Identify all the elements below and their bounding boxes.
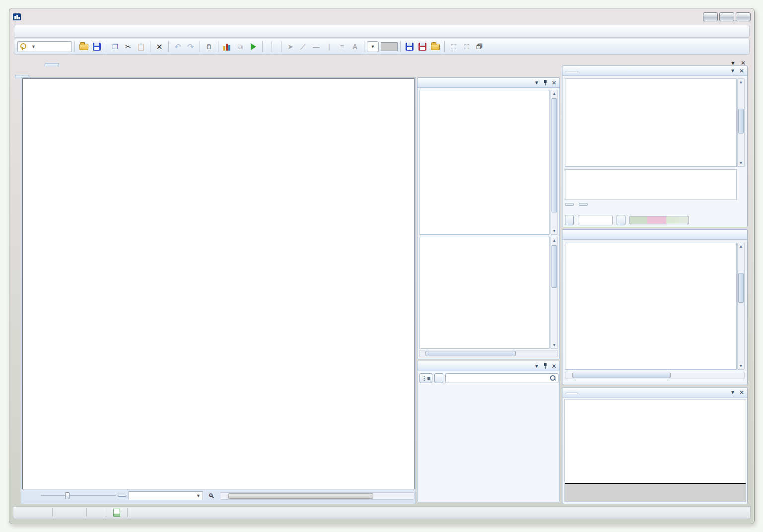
script-canvas[interactable] [22, 78, 415, 489]
save-icon [93, 43, 101, 51]
tab-script-manager[interactable] [14, 64, 26, 66]
block-search-input[interactable]: ▼ [129, 491, 203, 500]
results-scrollbar[interactable]: ▲▼ [737, 243, 745, 370]
menu-chevron-icon[interactable]: ▼ [730, 68, 735, 73]
run-button[interactable] [247, 41, 259, 53]
canvas-h-scrollbar[interactable] [220, 492, 415, 500]
categories-scrollbar[interactable]: ▲▼ [551, 90, 558, 235]
zoom-reset-button[interactable] [118, 495, 127, 497]
ungroup-button[interactable]: ⛶ [461, 41, 473, 53]
group-button[interactable]: ⛶ [448, 41, 460, 53]
maximum-button[interactable] [617, 215, 625, 225]
menu-chevron-icon[interactable]: ▼ [730, 390, 735, 395]
menu-bar [14, 25, 750, 38]
script-tabstrip: ▼ ✕ [14, 56, 750, 66]
search-icon [550, 375, 556, 381]
pin-icon[interactable] [543, 80, 548, 85]
optimization-table [565, 78, 737, 167]
maximize-button[interactable] [719, 12, 734, 21]
bar-chart-icon [223, 43, 231, 51]
color-swatch[interactable] [381, 42, 398, 51]
application: ▼ ❐ ✂ 📋 ✕ ↶ ↷ 🗒 ⧉ ➤ ／ — ｜ ≡ A ▼ [0, 0, 763, 532]
find-block-button[interactable]: 🔍︎ [206, 490, 217, 502]
chevron-down-icon: ▼ [371, 44, 375, 49]
chevron-down-icon: ▼ [31, 44, 36, 49]
sheets-button[interactable]: 🗇 [474, 41, 486, 53]
key-icon [20, 43, 25, 50]
az-sort-button[interactable] [434, 373, 443, 383]
chart-button[interactable] [221, 41, 233, 53]
copy-button[interactable]: ❐ [109, 41, 121, 53]
delete-button[interactable]: ✕ [153, 41, 165, 53]
redo-button[interactable]: ↷ [185, 41, 197, 53]
app-icon [13, 13, 21, 20]
toolbox-categories [419, 90, 550, 235]
open-layout-button[interactable] [429, 41, 441, 53]
properties-panel: ▼ ✕ ⋮≡ [417, 361, 560, 502]
income-chart[interactable] [564, 399, 746, 502]
save-params-button[interactable] [565, 203, 574, 206]
property-search-input[interactable] [445, 373, 558, 383]
close-icon[interactable]: ✕ [552, 363, 556, 370]
optimization-progressbar [629, 216, 689, 224]
comments-table [565, 169, 737, 200]
text-tool[interactable]: A [349, 41, 361, 53]
toolbox-panel: ▼ ✕ ▲▼ ▲▼ [417, 77, 560, 359]
connection-combo[interactable]: ▼ [17, 41, 72, 52]
properties-button[interactable]: 🗒 [203, 41, 215, 53]
chevron-down-icon: ▼ [196, 493, 201, 498]
vline-tool[interactable]: ｜ [323, 41, 335, 53]
paste-button[interactable]: 📋 [135, 41, 147, 53]
folder-open-icon [431, 44, 440, 50]
folder-open-icon [79, 44, 88, 50]
play-icon [251, 43, 256, 50]
status-bar [13, 506, 751, 519]
pin-icon[interactable] [543, 363, 548, 369]
optimization-panel: ▼ ✕ ▲▼ [562, 66, 748, 227]
close-icon[interactable]: ✕ [552, 79, 556, 86]
close-icon[interactable]: ✕ [739, 389, 744, 396]
close-icon[interactable]: ✕ [739, 67, 744, 74]
save-button[interactable] [91, 41, 103, 53]
save-layout-button[interactable] [404, 41, 416, 53]
close-button[interactable] [736, 12, 751, 21]
categorized-view-button[interactable]: ⋮≡ [419, 373, 432, 383]
title-bar [13, 10, 751, 24]
cut-button[interactable]: ✂ [122, 41, 134, 53]
editor-bottom-bar: ▼ 🔍︎ [22, 490, 415, 501]
save-as-button[interactable] [416, 41, 428, 53]
cursor-tool[interactable]: ➤ [284, 41, 296, 53]
income-x-axis [565, 483, 746, 502]
iterations-input[interactable] [578, 215, 613, 225]
optimization-scrollbar[interactable]: ▲▼ [737, 78, 745, 167]
items-scrollbar[interactable]: ▲▼ [551, 237, 558, 349]
log-sheet-icon[interactable] [113, 509, 120, 517]
open-button[interactable] [78, 41, 90, 53]
delete-params-button[interactable] [579, 203, 588, 206]
color-combo[interactable]: ▼ [367, 41, 379, 52]
items-h-scrollbar[interactable] [419, 350, 557, 357]
menu-chevron-icon[interactable]: ▼ [534, 363, 539, 369]
save-as-icon [418, 43, 426, 51]
income-panel: ▼ ✕ [562, 387, 748, 504]
zoom-slider[interactable] [41, 492, 116, 499]
link-script-button[interactable]: ⧉ [234, 41, 246, 53]
editor-tabstrip [15, 67, 415, 78]
menu-chevron-icon[interactable]: ▼ [534, 80, 539, 85]
align-tool[interactable]: ≡ [336, 41, 348, 53]
toolbox-items [419, 237, 550, 349]
results-panel: ▲▼ [562, 229, 748, 385]
hline-tool[interactable]: — [310, 41, 322, 53]
main-toolbar: ▼ ❐ ✂ 📋 ✕ ↶ ↷ 🗒 ⧉ ➤ ／ — ｜ ≡ A ▼ [14, 39, 750, 55]
tab-lab-active[interactable] [45, 63, 59, 66]
results-table [565, 243, 737, 370]
line-tool[interactable]: ／ [297, 41, 309, 53]
save-icon [406, 43, 414, 51]
undo-button[interactable]: ↶ [172, 41, 184, 53]
minimize-button[interactable] [703, 12, 718, 21]
start-button[interactable] [565, 215, 574, 225]
results-h-scrollbar[interactable] [565, 372, 745, 379]
